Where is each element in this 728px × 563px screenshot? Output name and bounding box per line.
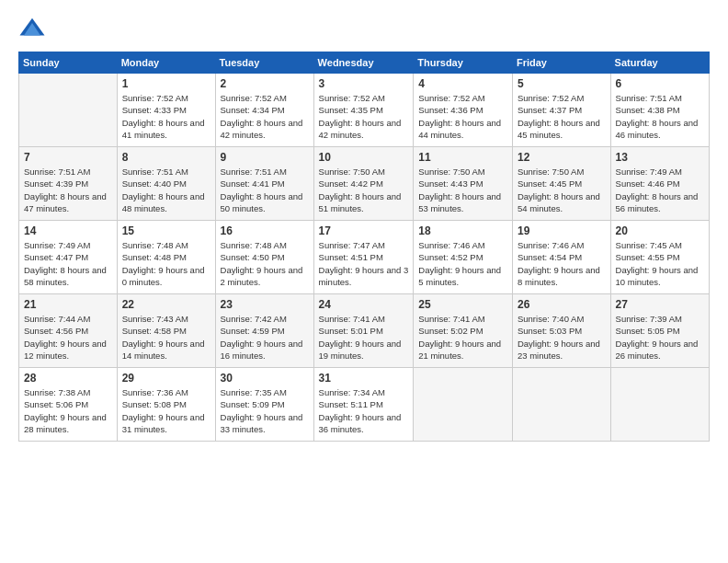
calendar-cell: 30Sunrise: 7:35 AMSunset: 5:09 PMDayligh… (215, 368, 313, 442)
logo-icon (18, 15, 46, 42)
day-number: 23 (221, 298, 309, 311)
day-info: Sunrise: 7:38 AMSunset: 5:06 PMDaylight:… (24, 386, 112, 435)
calendar-cell: 26Sunrise: 7:40 AMSunset: 5:03 PMDayligh… (512, 294, 610, 368)
calendar-cell: 1Sunrise: 7:52 AMSunset: 4:33 PMDaylight… (117, 74, 215, 147)
day-number: 20 (616, 224, 704, 237)
day-number: 2 (221, 77, 309, 90)
day-info: Sunrise: 7:52 AMSunset: 4:35 PMDaylight:… (319, 92, 409, 141)
day-number: 6 (616, 77, 704, 90)
day-info: Sunrise: 7:43 AMSunset: 4:58 PMDaylight:… (122, 313, 210, 362)
day-number: 24 (319, 298, 409, 311)
day-number: 14 (24, 224, 112, 237)
day-number: 9 (221, 151, 309, 164)
calendar-cell: 23Sunrise: 7:42 AMSunset: 4:59 PMDayligh… (215, 294, 313, 368)
day-number: 29 (122, 372, 210, 385)
page: SundayMondayTuesdayWednesdayThursdayFrid… (0, 0, 728, 563)
calendar-cell: 20Sunrise: 7:45 AMSunset: 4:55 PMDayligh… (610, 221, 709, 294)
day-info: Sunrise: 7:44 AMSunset: 4:56 PMDaylight:… (24, 313, 112, 362)
day-number: 17 (319, 224, 409, 237)
day-info: Sunrise: 7:50 AMSunset: 4:43 PMDaylight:… (418, 166, 507, 214)
day-info: Sunrise: 7:49 AMSunset: 4:47 PMDaylight:… (24, 239, 112, 288)
logo (18, 15, 50, 42)
calendar-cell: 7Sunrise: 7:51 AMSunset: 4:39 PMDaylight… (19, 147, 118, 221)
calendar-cell: 16Sunrise: 7:48 AMSunset: 4:50 PMDayligh… (215, 221, 313, 294)
day-number: 18 (418, 224, 507, 237)
day-number: 26 (518, 298, 606, 311)
weekday-header-tuesday: Tuesday (215, 52, 313, 74)
calendar-cell: 6Sunrise: 7:51 AMSunset: 4:38 PMDaylight… (610, 74, 709, 147)
day-info: Sunrise: 7:48 AMSunset: 4:48 PMDaylight:… (122, 239, 210, 288)
calendar-cell (610, 368, 709, 442)
day-number: 25 (418, 298, 507, 311)
day-number: 8 (122, 151, 210, 164)
day-number: 1 (122, 77, 210, 90)
day-number: 3 (319, 77, 409, 90)
weekday-header-saturday: Saturday (610, 52, 709, 74)
calendar-week-4: 21Sunrise: 7:44 AMSunset: 4:56 PMDayligh… (19, 294, 710, 368)
calendar-cell (414, 368, 513, 442)
calendar-cell: 4Sunrise: 7:52 AMSunset: 4:36 PMDaylight… (414, 74, 513, 147)
day-number: 10 (319, 151, 409, 164)
calendar-cell: 21Sunrise: 7:44 AMSunset: 4:56 PMDayligh… (19, 294, 118, 368)
day-info: Sunrise: 7:41 AMSunset: 5:02 PMDaylight:… (418, 313, 507, 362)
day-number: 5 (518, 77, 606, 90)
day-info: Sunrise: 7:52 AMSunset: 4:34 PMDaylight:… (221, 92, 309, 141)
day-info: Sunrise: 7:52 AMSunset: 4:37 PMDaylight:… (518, 92, 606, 141)
calendar-cell: 29Sunrise: 7:36 AMSunset: 5:08 PMDayligh… (117, 368, 215, 442)
calendar-cell: 14Sunrise: 7:49 AMSunset: 4:47 PMDayligh… (19, 221, 118, 294)
day-number: 7 (24, 151, 112, 164)
day-number: 30 (221, 372, 309, 385)
day-info: Sunrise: 7:52 AMSunset: 4:36 PMDaylight:… (418, 92, 507, 141)
day-number: 27 (616, 298, 704, 311)
day-info: Sunrise: 7:49 AMSunset: 4:46 PMDaylight:… (616, 166, 704, 214)
calendar-cell: 2Sunrise: 7:52 AMSunset: 4:34 PMDaylight… (215, 74, 313, 147)
day-number: 28 (24, 372, 112, 385)
calendar-cell: 12Sunrise: 7:50 AMSunset: 4:45 PMDayligh… (512, 147, 610, 221)
weekday-header-monday: Monday (117, 52, 215, 74)
day-info: Sunrise: 7:46 AMSunset: 4:54 PMDaylight:… (518, 239, 606, 288)
calendar-cell: 22Sunrise: 7:43 AMSunset: 4:58 PMDayligh… (117, 294, 215, 368)
day-info: Sunrise: 7:47 AMSunset: 4:51 PMDaylight:… (319, 239, 409, 288)
day-info: Sunrise: 7:40 AMSunset: 5:03 PMDaylight:… (518, 313, 606, 362)
day-info: Sunrise: 7:36 AMSunset: 5:08 PMDaylight:… (122, 386, 210, 435)
calendar-week-5: 28Sunrise: 7:38 AMSunset: 5:06 PMDayligh… (19, 368, 710, 442)
calendar-cell: 17Sunrise: 7:47 AMSunset: 4:51 PMDayligh… (313, 221, 414, 294)
calendar-cell (19, 74, 118, 147)
day-info: Sunrise: 7:50 AMSunset: 4:42 PMDaylight:… (319, 166, 409, 214)
calendar-cell: 31Sunrise: 7:34 AMSunset: 5:11 PMDayligh… (313, 368, 414, 442)
header (18, 15, 710, 42)
day-info: Sunrise: 7:51 AMSunset: 4:41 PMDaylight:… (221, 166, 309, 214)
day-info: Sunrise: 7:51 AMSunset: 4:40 PMDaylight:… (122, 166, 210, 214)
day-info: Sunrise: 7:41 AMSunset: 5:01 PMDaylight:… (319, 313, 409, 362)
day-number: 16 (221, 224, 309, 237)
calendar-cell: 24Sunrise: 7:41 AMSunset: 5:01 PMDayligh… (313, 294, 414, 368)
day-number: 12 (518, 151, 606, 164)
day-info: Sunrise: 7:51 AMSunset: 4:39 PMDaylight:… (24, 166, 112, 214)
day-info: Sunrise: 7:42 AMSunset: 4:59 PMDaylight:… (221, 313, 309, 362)
weekday-header-row: SundayMondayTuesdayWednesdayThursdayFrid… (19, 52, 710, 74)
calendar-cell: 9Sunrise: 7:51 AMSunset: 4:41 PMDaylight… (215, 147, 313, 221)
day-info: Sunrise: 7:45 AMSunset: 4:55 PMDaylight:… (616, 239, 704, 288)
day-number: 4 (418, 77, 507, 90)
day-info: Sunrise: 7:39 AMSunset: 5:05 PMDaylight:… (616, 313, 704, 362)
calendar-week-1: 1Sunrise: 7:52 AMSunset: 4:33 PMDaylight… (19, 74, 710, 147)
day-info: Sunrise: 7:51 AMSunset: 4:38 PMDaylight:… (616, 92, 704, 141)
weekday-header-friday: Friday (512, 52, 610, 74)
calendar-cell: 28Sunrise: 7:38 AMSunset: 5:06 PMDayligh… (19, 368, 118, 442)
day-number: 11 (418, 151, 507, 164)
weekday-header-sunday: Sunday (19, 52, 118, 74)
calendar-cell: 15Sunrise: 7:48 AMSunset: 4:48 PMDayligh… (117, 221, 215, 294)
day-info: Sunrise: 7:48 AMSunset: 4:50 PMDaylight:… (221, 239, 309, 288)
day-info: Sunrise: 7:35 AMSunset: 5:09 PMDaylight:… (221, 386, 309, 435)
calendar-cell: 11Sunrise: 7:50 AMSunset: 4:43 PMDayligh… (414, 147, 513, 221)
calendar-cell: 8Sunrise: 7:51 AMSunset: 4:40 PMDaylight… (117, 147, 215, 221)
calendar-cell: 19Sunrise: 7:46 AMSunset: 4:54 PMDayligh… (512, 221, 610, 294)
calendar-cell: 3Sunrise: 7:52 AMSunset: 4:35 PMDaylight… (313, 74, 414, 147)
calendar-week-2: 7Sunrise: 7:51 AMSunset: 4:39 PMDaylight… (19, 147, 710, 221)
calendar-cell: 13Sunrise: 7:49 AMSunset: 4:46 PMDayligh… (610, 147, 709, 221)
calendar-cell: 10Sunrise: 7:50 AMSunset: 4:42 PMDayligh… (313, 147, 414, 221)
day-info: Sunrise: 7:46 AMSunset: 4:52 PMDaylight:… (418, 239, 507, 288)
day-number: 19 (518, 224, 606, 237)
calendar-cell: 27Sunrise: 7:39 AMSunset: 5:05 PMDayligh… (610, 294, 709, 368)
calendar-cell: 18Sunrise: 7:46 AMSunset: 4:52 PMDayligh… (414, 221, 513, 294)
